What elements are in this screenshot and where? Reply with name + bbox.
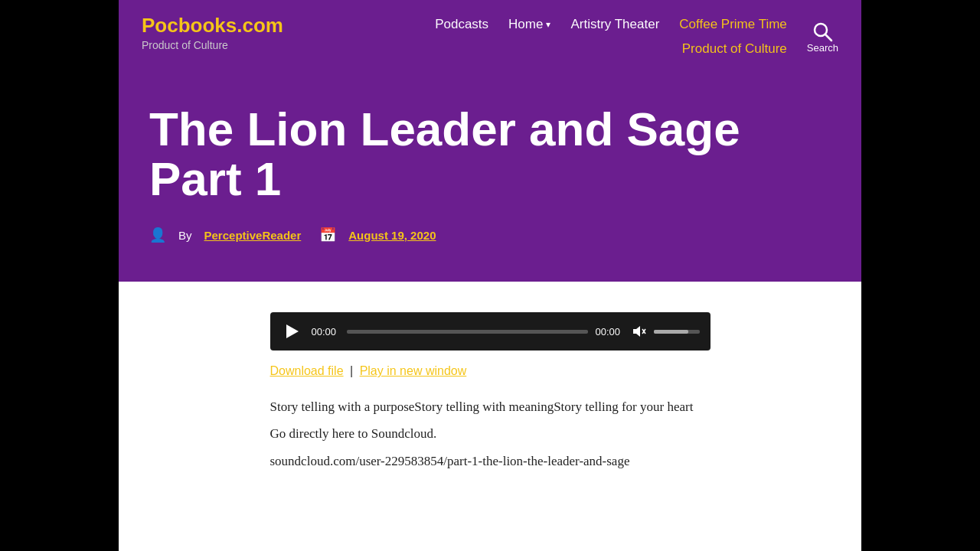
player-links: Download file | Play in new window [270, 364, 710, 378]
post-meta: 👤 By PerceptiveReader 📅 August 19, 2020 [149, 227, 838, 243]
nav-group: Podcasts Home ▾ Artistry Theater Coffee … [429, 14, 793, 60]
svg-marker-2 [633, 326, 640, 337]
nav-podcasts[interactable]: Podcasts [429, 14, 495, 35]
search-icon [812, 21, 833, 42]
audio-player-wrapper: 00:00 00:00 [270, 312, 710, 478]
progress-bar[interactable] [347, 330, 588, 334]
main-content: Pocbooks.com Product of Culture Podcasts… [119, 0, 861, 551]
nav-home[interactable]: Home ▾ [502, 14, 557, 35]
search-button[interactable]: Search [807, 21, 838, 54]
volume-fill [654, 330, 688, 334]
site-tagline: Product of Culture [142, 39, 283, 51]
pipe-separator: | [350, 364, 353, 377]
calendar-icon: 📅 [319, 227, 336, 243]
play-new-window-link[interactable]: Play in new window [360, 364, 467, 377]
author-icon: 👤 [149, 227, 166, 243]
volume-bar[interactable] [654, 330, 700, 334]
nav-row-top: Podcasts Home ▾ Artistry Theater Coffee … [429, 14, 793, 35]
post-date-link[interactable]: August 19, 2020 [348, 229, 436, 242]
post-author-link[interactable]: PerceptiveReader [204, 229, 302, 242]
body-paragraph-2: Go directly here to Soundcloud. [270, 423, 710, 444]
site-branding: Pocbooks.com Product of Culture [142, 14, 283, 51]
play-button[interactable] [281, 320, 304, 343]
post-title: The Lion Leader and Sage Part 1 [149, 104, 838, 204]
download-file-link[interactable]: Download file [270, 364, 344, 377]
site-title-link[interactable]: Pocbooks.com [142, 14, 283, 37]
content-area: 00:00 00:00 [119, 282, 861, 551]
nav-coffee-prime-time[interactable]: Coffee Prime Time [673, 14, 792, 35]
nav-row-bottom: Product of Culture [676, 38, 793, 60]
left-sidebar [0, 0, 119, 551]
mute-button[interactable] [631, 324, 646, 339]
body-text: Story telling with a purposeStory tellin… [270, 396, 710, 471]
site-header: Pocbooks.com Product of Culture Podcasts… [119, 0, 861, 73]
body-paragraph-3: soundcloud.com/user-229583854/part-1-the… [270, 451, 710, 471]
mute-icon [631, 324, 646, 339]
nav-product-of-culture[interactable]: Product of Culture [676, 38, 793, 60]
search-label: Search [807, 42, 838, 54]
time-total: 00:00 [596, 326, 623, 337]
site-nav: Podcasts Home ▾ Artistry Theater Coffee … [429, 14, 838, 60]
time-current: 00:00 [312, 326, 339, 337]
play-triangle-icon [286, 324, 299, 338]
nav-artistry-theater[interactable]: Artistry Theater [564, 14, 665, 35]
audio-player: 00:00 00:00 [270, 312, 710, 350]
svg-line-1 [825, 34, 831, 41]
hero-section: The Lion Leader and Sage Part 1 👤 By Per… [119, 73, 861, 282]
right-sidebar [861, 0, 980, 551]
author-prefix: By [178, 229, 192, 242]
body-paragraph-1: Story telling with a purposeStory tellin… [270, 396, 710, 417]
chevron-down-icon: ▾ [546, 19, 550, 30]
